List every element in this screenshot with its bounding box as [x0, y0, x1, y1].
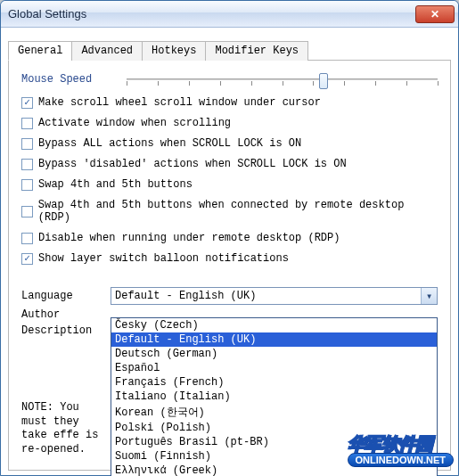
- close-button[interactable]: ✕: [415, 5, 455, 23]
- checkbox-row-1[interactable]: Activate window when scrolling: [21, 117, 438, 129]
- checkbox-label-3: Bypass 'disabled' actions when SCROLL LO…: [38, 158, 347, 170]
- checkbox-2[interactable]: [21, 138, 33, 150]
- chevron-down-icon[interactable]: ▾: [421, 288, 437, 304]
- description-label: Description: [21, 324, 111, 337]
- language-option-2[interactable]: Deutsch (German): [111, 347, 437, 361]
- watermark: 华军软件园 ONLINEDOWN.NET: [348, 432, 454, 471]
- checkbox-label-5: Swap 4th and 5th buttons when connected …: [38, 199, 438, 224]
- checkbox-row-4[interactable]: Swap 4th and 5th buttons: [21, 178, 438, 191]
- checkbox-row-5[interactable]: Swap 4th and 5th buttons when connected …: [21, 199, 438, 224]
- checkbox-row-7[interactable]: Show layer switch balloon notifications: [21, 252, 438, 265]
- language-option-6[interactable]: Korean (한국어): [111, 404, 437, 421]
- mouse-speed-slider[interactable]: [127, 71, 438, 87]
- window-title: Global Settings: [8, 7, 86, 21]
- tab-modifier-keys[interactable]: Modifier Keys: [205, 41, 308, 61]
- language-label: Language: [21, 290, 111, 302]
- tabstrip: General Advanced Hotkeys Modifier Keys: [8, 40, 451, 61]
- checkbox-4[interactable]: [21, 179, 33, 191]
- checkbox-7[interactable]: [21, 253, 33, 265]
- settings-window: Global Settings ✕ General Advanced Hotke…: [0, 0, 459, 476]
- checkbox-row-6[interactable]: Disable when running under remote deskto…: [21, 232, 438, 244]
- checkbox-5[interactable]: [21, 206, 33, 217]
- slider-thumb[interactable]: [319, 73, 328, 89]
- language-option-1[interactable]: Default - English (UK): [111, 332, 437, 347]
- tab-general[interactable]: General: [8, 41, 72, 61]
- language-option-0[interactable]: Česky (Czech): [111, 318, 437, 332]
- tab-hotkeys[interactable]: Hotkeys: [142, 41, 206, 61]
- note-text: NOTE: You must they take effe is re-open…: [21, 401, 102, 456]
- watermark-sub: ONLINEDOWN.NET: [348, 453, 454, 467]
- language-option-4[interactable]: Français (French): [111, 375, 437, 390]
- checkbox-3[interactable]: [21, 159, 33, 170]
- author-label: Author: [21, 308, 111, 321]
- checkbox-0[interactable]: [21, 97, 33, 109]
- slider-track: [127, 78, 438, 80]
- tab-advanced[interactable]: Advanced: [71, 41, 143, 61]
- general-panel: Mouse Speed Make scroll wheel scroll win…: [8, 61, 451, 471]
- checkbox-row-3[interactable]: Bypass 'disabled' actions when SCROLL LO…: [21, 158, 438, 170]
- checkbox-label-6: Disable when running under remote deskto…: [38, 232, 340, 244]
- checkbox-label-0: Make scroll wheel scroll window under cu…: [38, 96, 321, 109]
- checkbox-row-0[interactable]: Make scroll wheel scroll window under cu…: [21, 96, 438, 109]
- checkbox-label-7: Show layer switch balloon notifications: [38, 252, 289, 265]
- checkbox-label-4: Swap 4th and 5th buttons: [38, 178, 193, 191]
- mouse-speed-label: Mouse Speed: [21, 73, 119, 86]
- checkbox-label-2: Bypass ALL actions when SCROLL LOCK is O…: [38, 137, 301, 150]
- checkbox-label-1: Activate window when scrolling: [38, 117, 231, 129]
- language-option-5[interactable]: Italiano (Italian): [111, 390, 437, 404]
- language-combo[interactable]: Default - English (UK) ▾: [111, 287, 438, 305]
- checkbox-6[interactable]: [21, 233, 33, 244]
- checkbox-1[interactable]: [21, 118, 33, 129]
- language-value: Default - English (UK): [115, 290, 256, 302]
- close-icon: ✕: [430, 8, 439, 21]
- language-option-3[interactable]: Español: [111, 361, 437, 375]
- client-area: General Advanced Hotkeys Modifier Keys M…: [1, 28, 458, 475]
- titlebar[interactable]: Global Settings ✕: [1, 1, 458, 28]
- checkbox-row-2[interactable]: Bypass ALL actions when SCROLL LOCK is O…: [21, 137, 438, 150]
